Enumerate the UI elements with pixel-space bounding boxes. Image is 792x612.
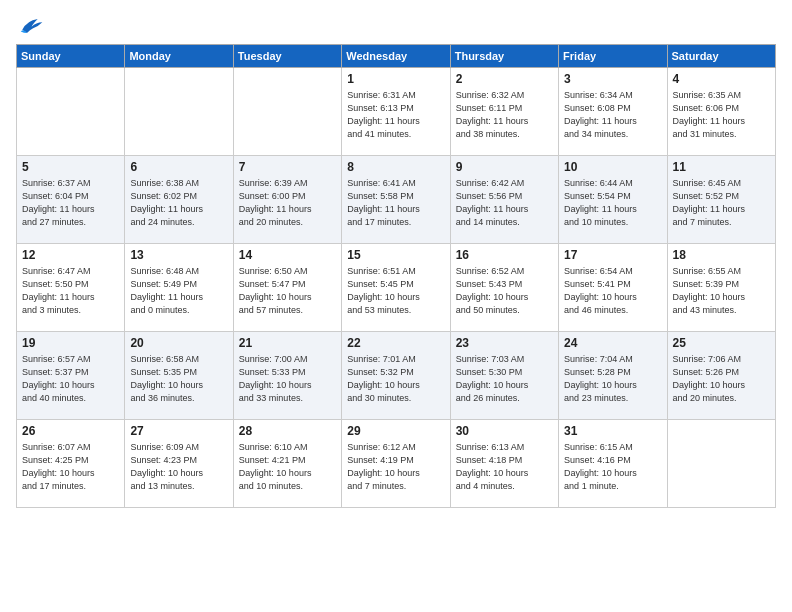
day-info: Sunrise: 6:52 AM Sunset: 5:43 PM Dayligh… [456,265,553,317]
day-info: Sunrise: 6:48 AM Sunset: 5:49 PM Dayligh… [130,265,227,317]
calendar-cell [125,68,233,156]
calendar-table: SundayMondayTuesdayWednesdayThursdayFrid… [16,44,776,508]
day-number: 16 [456,248,553,262]
weekday-header-row: SundayMondayTuesdayWednesdayThursdayFrid… [17,45,776,68]
day-number: 6 [130,160,227,174]
day-info: Sunrise: 6:10 AM Sunset: 4:21 PM Dayligh… [239,441,336,493]
calendar-cell: 24Sunrise: 7:04 AM Sunset: 5:28 PM Dayli… [559,332,667,420]
calendar-cell: 5Sunrise: 6:37 AM Sunset: 6:04 PM Daylig… [17,156,125,244]
day-info: Sunrise: 6:39 AM Sunset: 6:00 PM Dayligh… [239,177,336,229]
day-number: 13 [130,248,227,262]
day-number: 28 [239,424,336,438]
day-number: 14 [239,248,336,262]
day-info: Sunrise: 6:54 AM Sunset: 5:41 PM Dayligh… [564,265,661,317]
weekday-header-friday: Friday [559,45,667,68]
calendar-cell: 20Sunrise: 6:58 AM Sunset: 5:35 PM Dayli… [125,332,233,420]
day-number: 8 [347,160,444,174]
day-number: 25 [673,336,770,350]
logo [16,16,48,36]
calendar-week-3: 12Sunrise: 6:47 AM Sunset: 5:50 PM Dayli… [17,244,776,332]
calendar-week-1: 1Sunrise: 6:31 AM Sunset: 6:13 PM Daylig… [17,68,776,156]
calendar-cell: 8Sunrise: 6:41 AM Sunset: 5:58 PM Daylig… [342,156,450,244]
day-info: Sunrise: 6:34 AM Sunset: 6:08 PM Dayligh… [564,89,661,141]
weekday-header-thursday: Thursday [450,45,558,68]
calendar-cell: 26Sunrise: 6:07 AM Sunset: 4:25 PM Dayli… [17,420,125,508]
calendar-week-5: 26Sunrise: 6:07 AM Sunset: 4:25 PM Dayli… [17,420,776,508]
calendar-cell: 4Sunrise: 6:35 AM Sunset: 6:06 PM Daylig… [667,68,775,156]
day-number: 3 [564,72,661,86]
calendar-cell [667,420,775,508]
day-number: 24 [564,336,661,350]
calendar-cell: 14Sunrise: 6:50 AM Sunset: 5:47 PM Dayli… [233,244,341,332]
day-number: 10 [564,160,661,174]
calendar-cell: 30Sunrise: 6:13 AM Sunset: 4:18 PM Dayli… [450,420,558,508]
calendar-cell: 27Sunrise: 6:09 AM Sunset: 4:23 PM Dayli… [125,420,233,508]
day-info: Sunrise: 7:04 AM Sunset: 5:28 PM Dayligh… [564,353,661,405]
calendar-cell: 18Sunrise: 6:55 AM Sunset: 5:39 PM Dayli… [667,244,775,332]
day-number: 31 [564,424,661,438]
day-number: 29 [347,424,444,438]
day-number: 9 [456,160,553,174]
calendar-cell: 31Sunrise: 6:15 AM Sunset: 4:16 PM Dayli… [559,420,667,508]
day-number: 7 [239,160,336,174]
day-info: Sunrise: 7:03 AM Sunset: 5:30 PM Dayligh… [456,353,553,405]
calendar-cell: 17Sunrise: 6:54 AM Sunset: 5:41 PM Dayli… [559,244,667,332]
calendar-cell [17,68,125,156]
day-info: Sunrise: 6:13 AM Sunset: 4:18 PM Dayligh… [456,441,553,493]
calendar-cell: 1Sunrise: 6:31 AM Sunset: 6:13 PM Daylig… [342,68,450,156]
day-info: Sunrise: 6:38 AM Sunset: 6:02 PM Dayligh… [130,177,227,229]
day-number: 18 [673,248,770,262]
day-info: Sunrise: 6:47 AM Sunset: 5:50 PM Dayligh… [22,265,119,317]
calendar-cell [233,68,341,156]
calendar-cell: 13Sunrise: 6:48 AM Sunset: 5:49 PM Dayli… [125,244,233,332]
calendar-cell: 15Sunrise: 6:51 AM Sunset: 5:45 PM Dayli… [342,244,450,332]
day-info: Sunrise: 6:45 AM Sunset: 5:52 PM Dayligh… [673,177,770,229]
day-number: 22 [347,336,444,350]
day-info: Sunrise: 7:06 AM Sunset: 5:26 PM Dayligh… [673,353,770,405]
day-number: 30 [456,424,553,438]
day-number: 1 [347,72,444,86]
calendar-cell: 3Sunrise: 6:34 AM Sunset: 6:08 PM Daylig… [559,68,667,156]
calendar-cell: 16Sunrise: 6:52 AM Sunset: 5:43 PM Dayli… [450,244,558,332]
calendar-cell: 9Sunrise: 6:42 AM Sunset: 5:56 PM Daylig… [450,156,558,244]
day-info: Sunrise: 6:35 AM Sunset: 6:06 PM Dayligh… [673,89,770,141]
day-number: 15 [347,248,444,262]
calendar-cell: 10Sunrise: 6:44 AM Sunset: 5:54 PM Dayli… [559,156,667,244]
day-number: 19 [22,336,119,350]
calendar-cell: 6Sunrise: 6:38 AM Sunset: 6:02 PM Daylig… [125,156,233,244]
day-info: Sunrise: 7:00 AM Sunset: 5:33 PM Dayligh… [239,353,336,405]
day-number: 5 [22,160,119,174]
calendar-week-2: 5Sunrise: 6:37 AM Sunset: 6:04 PM Daylig… [17,156,776,244]
day-info: Sunrise: 6:12 AM Sunset: 4:19 PM Dayligh… [347,441,444,493]
day-info: Sunrise: 6:09 AM Sunset: 4:23 PM Dayligh… [130,441,227,493]
day-number: 17 [564,248,661,262]
day-info: Sunrise: 6:51 AM Sunset: 5:45 PM Dayligh… [347,265,444,317]
day-info: Sunrise: 6:57 AM Sunset: 5:37 PM Dayligh… [22,353,119,405]
day-info: Sunrise: 6:41 AM Sunset: 5:58 PM Dayligh… [347,177,444,229]
day-info: Sunrise: 6:55 AM Sunset: 5:39 PM Dayligh… [673,265,770,317]
day-info: Sunrise: 6:58 AM Sunset: 5:35 PM Dayligh… [130,353,227,405]
calendar-cell: 23Sunrise: 7:03 AM Sunset: 5:30 PM Dayli… [450,332,558,420]
day-info: Sunrise: 7:01 AM Sunset: 5:32 PM Dayligh… [347,353,444,405]
calendar-cell: 21Sunrise: 7:00 AM Sunset: 5:33 PM Dayli… [233,332,341,420]
day-info: Sunrise: 6:15 AM Sunset: 4:16 PM Dayligh… [564,441,661,493]
calendar-cell: 11Sunrise: 6:45 AM Sunset: 5:52 PM Dayli… [667,156,775,244]
day-info: Sunrise: 6:50 AM Sunset: 5:47 PM Dayligh… [239,265,336,317]
calendar-cell: 28Sunrise: 6:10 AM Sunset: 4:21 PM Dayli… [233,420,341,508]
page-header [16,16,776,36]
day-info: Sunrise: 6:37 AM Sunset: 6:04 PM Dayligh… [22,177,119,229]
day-info: Sunrise: 6:42 AM Sunset: 5:56 PM Dayligh… [456,177,553,229]
day-number: 26 [22,424,119,438]
day-number: 23 [456,336,553,350]
calendar-cell: 2Sunrise: 6:32 AM Sunset: 6:11 PM Daylig… [450,68,558,156]
day-number: 4 [673,72,770,86]
day-number: 21 [239,336,336,350]
weekday-header-monday: Monday [125,45,233,68]
calendar-cell: 19Sunrise: 6:57 AM Sunset: 5:37 PM Dayli… [17,332,125,420]
calendar-cell: 29Sunrise: 6:12 AM Sunset: 4:19 PM Dayli… [342,420,450,508]
day-number: 27 [130,424,227,438]
day-info: Sunrise: 6:32 AM Sunset: 6:11 PM Dayligh… [456,89,553,141]
day-number: 2 [456,72,553,86]
calendar-cell: 22Sunrise: 7:01 AM Sunset: 5:32 PM Dayli… [342,332,450,420]
day-number: 12 [22,248,119,262]
